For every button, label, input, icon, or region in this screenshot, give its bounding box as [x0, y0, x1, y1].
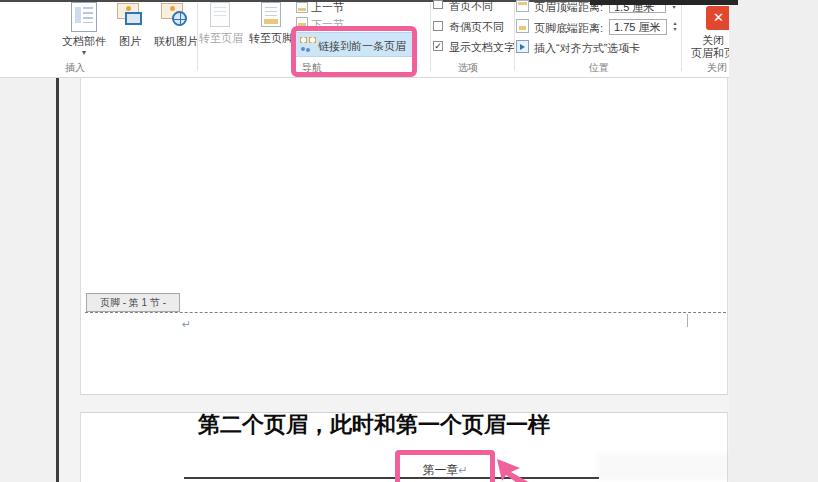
doc-parts-icon	[71, 2, 97, 32]
link-to-previous-button[interactable]: 链接到前一条页眉	[295, 32, 414, 57]
footer-from-bottom-row: 页脚底端距离: 1.75 厘米 ▴ ▾	[516, 18, 682, 36]
spin-down-icon[interactable]: ▾	[669, 27, 681, 32]
position-group-label: 位置	[584, 61, 614, 75]
globe-icon	[172, 11, 187, 26]
pink-arrow-cursor-icon	[494, 456, 540, 482]
group-divider	[681, 3, 682, 71]
footer-from-bottom-field[interactable]: 1.75 厘米	[609, 19, 667, 35]
different-first-page-label: 首页不同	[449, 0, 515, 14]
footer-section-tag: 页脚 - 第 1 节 -	[86, 293, 180, 312]
options-group-label: 选项	[452, 61, 484, 75]
show-document-text-checkbox-row[interactable]: ✓ 显示文档文字	[432, 40, 524, 53]
close-header-footer-button[interactable]: 关闭 页眉和页	[690, 33, 729, 60]
page2-annotation-heading[interactable]: 第二个页眉，此时和第一个页眉一样	[50, 410, 698, 440]
go-to-footer-icon	[261, 2, 281, 27]
online-pictures-button[interactable]: 联机图片	[152, 0, 200, 50]
document-page-1[interactable]: 页脚 - 第 1 节 - ↵	[80, 78, 728, 395]
right-margin-tick	[687, 314, 688, 327]
paragraph-mark: ↵	[458, 464, 467, 476]
header-from-top-spinner[interactable]: ▾	[668, 5, 680, 10]
go-to-footer-label: 转至页脚	[247, 31, 295, 46]
different-odd-even-checkbox-row[interactable]: 奇偶页不同	[432, 20, 524, 33]
check-icon: ✓	[434, 41, 442, 51]
group-divider	[430, 3, 431, 71]
document-page-2[interactable]: 第二个页眉，此时和第一个页眉一样 第一章↵	[80, 412, 728, 482]
left-margin-backdrop	[0, 78, 56, 482]
document-area: 页脚 - 第 1 节 - ↵ 第二个页眉，此时和第一个页眉一样 第一章↵	[0, 78, 729, 482]
group-divider	[514, 3, 515, 71]
go-to-header-icon	[210, 2, 230, 27]
header-text[interactable]: 第一章↵	[400, 462, 490, 479]
show-document-text-label: 显示文档文字	[449, 40, 523, 55]
different-first-page-checkbox[interactable]	[433, 0, 443, 9]
picture-button[interactable]: 图片	[106, 0, 154, 50]
insert-group-label: 插入	[58, 61, 92, 75]
word-header-footer-tools-screen: 文档部件 ▾ 图片 联机图片 插入 转至页眉 转至页脚	[0, 0, 818, 482]
previous-section-icon	[296, 2, 308, 13]
watermark-blob	[597, 453, 729, 481]
ribbon: 文档部件 ▾ 图片 联机图片 插入 转至页眉 转至页脚	[0, 0, 729, 78]
footer-boundary-dashed-line	[85, 312, 726, 313]
footer-from-bottom-icon	[516, 19, 529, 33]
next-section-icon	[296, 17, 308, 28]
navigation-group-label: 导航	[296, 61, 328, 75]
next-section-button[interactable]: 下一节	[294, 16, 352, 31]
different-first-page-checkbox-row[interactable]: 首页不同	[432, 0, 518, 12]
show-document-text-checkbox[interactable]: ✓	[433, 41, 443, 51]
previous-section-label: 上一节	[311, 0, 351, 15]
link-to-previous-label: 链接到前一条页眉	[318, 39, 412, 54]
header-highlight-box: 第一章↵	[395, 450, 495, 482]
different-odd-even-label: 奇偶页不同	[449, 20, 523, 35]
chevron-down-icon: ▾	[78, 48, 90, 57]
top-dark-bar	[590, 0, 738, 5]
close-group-label: 关闭	[700, 61, 729, 75]
link-to-previous-icon	[300, 37, 316, 53]
picture-label: 图片	[106, 34, 154, 49]
previous-section-button[interactable]: 上一节	[294, 0, 352, 15]
footer-from-bottom-label: 页脚底端距离:	[534, 21, 614, 36]
different-odd-even-checkbox[interactable]	[433, 21, 443, 31]
footer-from-bottom-spinner[interactable]: ▴ ▾	[669, 19, 681, 35]
alignment-tab-icon	[516, 40, 529, 53]
header-from-top-icon	[516, 0, 529, 12]
close-header-footer-x-button[interactable]: ✕	[706, 6, 729, 30]
doc-parts-button[interactable]: 文档部件 ▾	[54, 0, 114, 60]
go-to-header-button[interactable]: 转至页眉	[196, 0, 246, 47]
close-button-line2: 页眉和页	[690, 46, 729, 61]
go-to-footer-button[interactable]: 转至页脚	[246, 0, 296, 47]
insert-alignment-tab-label: 插入“对齐方式”选项卡	[534, 41, 658, 56]
go-to-header-label: 转至页眉	[197, 31, 245, 46]
monitor-icon	[125, 12, 142, 25]
insert-alignment-tab-button[interactable]: 插入“对齐方式”选项卡	[516, 40, 658, 55]
doc-parts-label: 文档部件	[54, 34, 114, 49]
paragraph-mark: ↵	[182, 318, 191, 331]
next-section-label: 下一节	[311, 17, 351, 32]
online-pictures-label: 联机图片	[152, 34, 200, 49]
